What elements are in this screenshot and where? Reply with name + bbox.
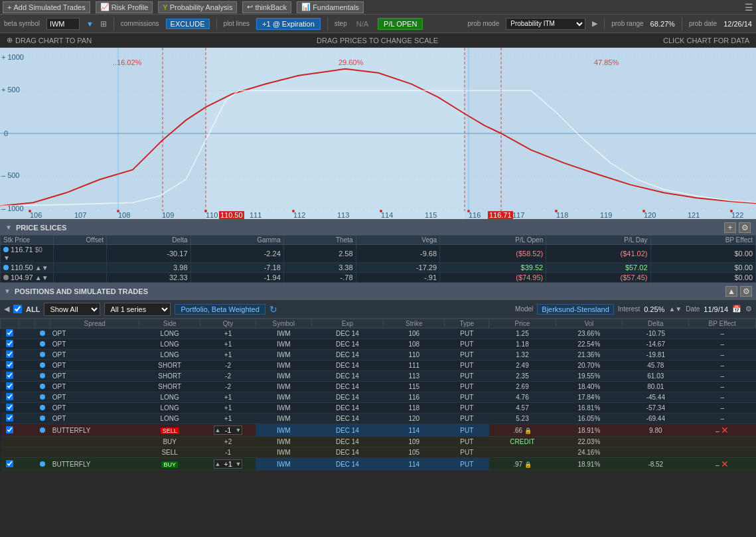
controls-row: beta symbol ▼ ⊞ commissions EXCLUDE plot… [0, 15, 756, 33]
svg-text:118: 118 [556, 211, 568, 219]
top-toolbar: + Add Simulated Trades 📈 Risk Profile Y … [0, 0, 756, 15]
commissions-label: commissions [121, 20, 159, 27]
interest-value: 0.25% [644, 305, 664, 313]
risk-profile-button[interactable]: 📈 Risk Profile [96, 1, 153, 13]
plot-lines-button[interactable]: +1 @ Expiration [256, 18, 321, 30]
refresh-icon[interactable]: ↻ [269, 304, 277, 315]
commissions-value[interactable]: EXCLUDE [166, 19, 210, 29]
col-delta: Delta [107, 236, 191, 245]
beta-symbol-input[interactable] [46, 18, 80, 30]
table-row: OPT SHORT -2 IWM DEC 14 113 PUT 2.35 19.… [1, 371, 756, 382]
thinkback-icon: ↩ [247, 3, 253, 11]
svg-point-46 [204, 210, 207, 212]
th-bp-effect: BP Effect [689, 319, 756, 329]
positions-table: Spread Side Qty Symbol Exp Strike Type P… [0, 319, 756, 471]
svg-text:117: 117 [512, 211, 524, 219]
col-theta: Theta [283, 236, 356, 245]
th-type: Type [445, 319, 489, 329]
svg-text:106: 106 [30, 211, 42, 219]
stepper2[interactable]: ▲▼ [35, 264, 48, 271]
svg-point-50 [555, 210, 558, 212]
svg-text:119: 119 [600, 211, 612, 219]
plus-icon: + [7, 3, 11, 11]
th-strike: Strike [384, 319, 445, 329]
svg-text:112: 112 [293, 211, 305, 219]
table-row: OPT SHORT -2 IWM DEC 14 115 PUT 2.69 18.… [1, 382, 756, 392]
fundamentals-icon: 📊 [301, 3, 311, 11]
interest-label: Interest [618, 305, 640, 313]
positions-title: POSITIONS AND SIMULATED TRADES [15, 287, 148, 295]
step-value: N/A [354, 20, 371, 28]
positions-header: ▼ POSITIONS AND SIMULATED TRADES ▲ ⚙ [0, 283, 756, 300]
settings-positions-button[interactable]: ⚙ [740, 286, 752, 297]
th-side: Side [139, 319, 200, 329]
thinkback-button[interactable]: ↩ thinkBack [242, 1, 291, 13]
row-indicator [3, 247, 9, 252]
table-row: 116.71 $0 ▼ -30.17 -2.24 2.58 -9.68 ($58… [1, 245, 756, 263]
col-stk-price: Stk Price [1, 236, 54, 245]
chart-area[interactable]: ..16.02% 29.60% 47.85% 11/9/14 -12.20%,1… [0, 48, 756, 220]
portfolio-beta-weighted-button[interactable]: Portfolio, Beta Weighted [175, 304, 265, 315]
svg-text:+ 1000: + 1000 [1, 53, 24, 61]
delete-button[interactable]: ✕ [721, 425, 729, 435]
interest-stepper[interactable]: ▲▼ [668, 305, 682, 313]
click-chart-label: CLICK CHART FOR DATA [663, 37, 749, 44]
date-label: Date [686, 305, 700, 313]
svg-text:121: 121 [688, 211, 700, 219]
th-delta: Delta [623, 319, 689, 329]
svg-point-52 [730, 210, 733, 212]
price-slice-settings-button[interactable]: ⚙ [739, 222, 751, 233]
prob-range-label: prob range [611, 20, 643, 27]
calendar-icon[interactable]: 📅 [732, 305, 741, 313]
th-exp: Exp [311, 319, 384, 329]
window-menu-button[interactable]: ☰ [745, 2, 753, 13]
th-symbol: Symbol [256, 319, 311, 329]
plot-lines-label: plot lines [224, 20, 250, 27]
drag-scale-label: DRAG PRICES TO CHANGE SCALE [92, 37, 663, 44]
positions-scroll-area[interactable]: Spread Side Qty Symbol Exp Strike Type P… [0, 319, 756, 471]
collapse-positions-button[interactable]: ▲ [725, 286, 737, 297]
svg-text:..16.02%: ..16.02% [113, 58, 142, 66]
svg-text:– 1000: – 1000 [1, 204, 24, 212]
probability-analysis-button[interactable]: Y Probability Analysis [158, 1, 237, 13]
svg-point-48 [380, 210, 382, 212]
y-icon: Y [163, 3, 167, 11]
chart-icon: 📈 [100, 3, 110, 11]
show-all-checkbox[interactable] [13, 305, 22, 313]
add-simulated-trades-button[interactable]: + Add Simulated Trades [3, 1, 90, 13]
pl-open-button[interactable]: P/L OPEN [378, 18, 423, 30]
lock-icon: 🔒 [524, 427, 532, 434]
beta-symbol-icon: ▼ [86, 20, 94, 28]
svg-point-44 [29, 210, 31, 212]
svg-text:0: 0 [4, 129, 8, 137]
svg-text:110: 110 [206, 211, 218, 219]
svg-point-51 [643, 210, 645, 212]
col-pl-day: P/L Day [546, 236, 650, 245]
prob-mode-select[interactable]: Probability ITM [506, 18, 585, 30]
sell-badge: SELL [161, 427, 179, 434]
delete-button2[interactable]: ✕ [721, 459, 729, 469]
prob-range-value: 68.27% [650, 20, 675, 28]
filter-dropdown[interactable]: Show All [44, 303, 100, 316]
date-value: 11/9/14 [704, 305, 728, 313]
table-row: OPT LONG +1 IWM DEC 14 118 PUT 4.57 16.8… [1, 403, 756, 414]
positions-expand-icon: ▼ [4, 287, 11, 295]
svg-text:– 500: – 500 [1, 172, 19, 180]
positions-menu-icon[interactable]: ⚙ [745, 305, 752, 313]
add-price-slice-button[interactable]: + [724, 222, 736, 233]
price-slices-table: Stk Price Offset Delta Gamma Theta Vega … [0, 235, 756, 283]
svg-text:116: 116 [469, 211, 481, 219]
row-indicator [3, 275, 9, 280]
svg-text:116.71: 116.71 [489, 211, 512, 219]
table-row: SELL -2 IWM DEC 14 109 PUT DEBIT 22.03% [1, 471, 756, 472]
svg-text:108: 108 [118, 211, 130, 219]
fundamentals-button[interactable]: 📊 Fundamentals [297, 1, 364, 13]
svg-point-47 [292, 210, 295, 212]
model-value[interactable]: Bjerksund-Stensland [537, 304, 614, 315]
stepper3[interactable]: ▲▼ [35, 274, 48, 281]
step-label: step [335, 20, 347, 27]
price-slices-header: ▼ PRICE SLICES + ⚙ [0, 220, 756, 235]
series-dropdown[interactable]: All 1 series [104, 303, 171, 316]
qty-stepper: ▲-1▼ [214, 425, 243, 435]
table-row: OPT LONG +1 IWM DEC 14 108 PUT 1.18 22.5… [1, 339, 756, 350]
